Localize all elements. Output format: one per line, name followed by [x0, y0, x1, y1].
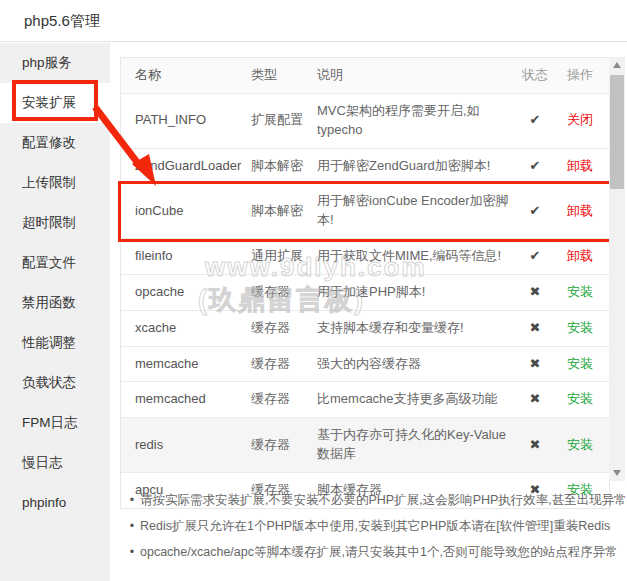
table-row: PATH_INFO 扩展配置 MVC架构的程序需要开启,如typecho ✔ 关…	[121, 94, 609, 149]
note-text: 请按实际需求安装扩展,不要安装不必要的PHP扩展,这会影响PHP执行效率,甚至出…	[140, 487, 627, 513]
note-item: • 请按实际需求安装扩展,不要安装不必要的PHP扩展,这会影响PHP执行效率,甚…	[124, 487, 620, 513]
extension-type: 缓存器	[251, 275, 317, 310]
action-link[interactable]: 安装	[567, 320, 593, 335]
extension-type: 缓存器	[251, 347, 317, 382]
extension-type: 通用扩展	[251, 239, 317, 274]
action-link[interactable]: 卸载	[567, 158, 593, 173]
extension-name: memcached	[121, 382, 251, 417]
action-link[interactable]: 安装	[567, 356, 593, 371]
note-item: • Redis扩展只允许在1个PHP版本中使用,安装到其它PHP版本请在[软件管…	[124, 513, 620, 539]
table-row: memcache 缓存器 强大的内容缓存器 ✖ 安装	[121, 347, 609, 383]
extension-type: 缓存器	[251, 311, 317, 346]
sidebar-item-FPM日志[interactable]: FPM日志	[0, 403, 110, 443]
extension-type: 扩展配置	[251, 103, 317, 138]
sidebar-item-负载状态[interactable]: 负载状态	[0, 363, 110, 403]
notes-list: • 请按实际需求安装扩展,不要安装不必要的PHP扩展,这会影响PHP执行效率,甚…	[124, 487, 620, 565]
check-icon: ✔	[517, 149, 557, 184]
scroll-up-icon[interactable]	[609, 57, 625, 73]
table-row: opcache 缓存器 用于加速PHP脚本! ✖ 安装	[121, 275, 609, 311]
sidebar-item-配置文件[interactable]: 配置文件	[0, 243, 110, 283]
col-header-name: 名称	[121, 58, 251, 93]
table-row: xcache 缓存器 支持脚本缓存和变量缓存! ✖ 安装	[121, 311, 609, 347]
cross-icon: ✖	[517, 382, 557, 417]
extension-name: opcache	[121, 275, 251, 310]
action-link[interactable]: 安装	[567, 391, 593, 406]
action-link[interactable]: 关闭	[567, 112, 593, 127]
action-link[interactable]: 安装	[567, 437, 593, 452]
extension-desc: 用于获取文件MIME,编码等信息!	[317, 239, 517, 274]
table-header-row: 名称 类型 说明 状态 操作	[121, 58, 609, 94]
cross-icon: ✖	[517, 347, 557, 382]
cross-icon: ✖	[517, 275, 557, 310]
action-link[interactable]: 卸载	[567, 248, 593, 263]
note-text: Redis扩展只允许在1个PHP版本中使用,安装到其它PHP版本请在[软件管理]…	[140, 513, 610, 539]
check-icon: ✔	[517, 194, 557, 229]
extension-type: 缓存器	[251, 428, 317, 463]
check-icon: ✔	[517, 103, 557, 138]
col-header-type: 类型	[251, 58, 317, 93]
sidebar-item-php服务[interactable]: php服务	[0, 43, 110, 83]
extension-desc: 支持脚本缓存和变量缓存!	[317, 311, 517, 346]
extension-desc: 比memcache支持更多高级功能	[317, 382, 517, 417]
sidebar-item-禁用函数[interactable]: 禁用函数	[0, 283, 110, 323]
extension-name: ionCube	[121, 194, 251, 229]
extension-type: 缓存器	[251, 382, 317, 417]
extension-desc: 用于解密ionCube Encoder加密脚本!	[317, 184, 517, 238]
sidebar-item-安装扩展[interactable]: 安装扩展	[0, 83, 110, 123]
table-row: ionCube 脚本解密 用于解密ionCube Encoder加密脚本! ✔ …	[121, 184, 609, 239]
scrollbar-thumb[interactable]	[610, 75, 624, 189]
sidebar-item-慢日志[interactable]: 慢日志	[0, 443, 110, 483]
extension-name: PATH_INFO	[121, 103, 251, 138]
extension-type: 脚本解密	[251, 149, 317, 184]
col-header-status: 状态	[517, 58, 557, 93]
bullet-icon: •	[124, 487, 140, 513]
extensions-table: 名称 类型 说明 状态 操作 PATH_INFO 扩展配置 MVC架构的程序需要…	[120, 57, 610, 509]
cross-icon: ✖	[517, 311, 557, 346]
bullet-icon: •	[124, 513, 140, 539]
extension-name: fileinfo	[121, 239, 251, 274]
table-row: memcached 缓存器 比memcache支持更多高级功能 ✖ 安装	[121, 382, 609, 418]
table-scrollbar[interactable]	[609, 57, 625, 481]
extension-type: 脚本解密	[251, 194, 317, 229]
action-link[interactable]: 安装	[567, 284, 593, 299]
extension-desc: 用于加速PHP脚本!	[317, 275, 517, 310]
extension-desc: 基于内存亦可持久化的Key-Value数据库	[317, 418, 517, 472]
bullet-icon: •	[124, 539, 140, 565]
table-row: ZendGuardLoader 脚本解密 用于解密ZendGuard加密脚本! …	[121, 149, 609, 185]
col-header-desc: 说明	[317, 58, 517, 93]
col-header-action: 操作	[557, 58, 607, 93]
extension-name: redis	[121, 428, 251, 463]
table-row: fileinfo 通用扩展 用于获取文件MIME,编码等信息! ✔ 卸载	[121, 239, 609, 275]
extension-desc: 用于解密ZendGuard加密脚本!	[317, 149, 517, 184]
note-item: • opcache/xcache/apc等脚本缓存扩展,请只安装其中1个,否则可…	[124, 539, 620, 565]
check-icon: ✔	[517, 239, 557, 274]
extension-name: ZendGuardLoader	[121, 149, 251, 184]
note-text: opcache/xcache/apc等脚本缓存扩展,请只安装其中1个,否则可能导…	[140, 539, 618, 565]
window-titlebar: php5.6管理	[0, 0, 627, 42]
action-link[interactable]: 卸载	[567, 203, 593, 218]
extension-desc: 强大的内容缓存器	[317, 347, 517, 382]
page-title: php5.6管理	[24, 0, 100, 42]
sidebar-item-超时限制[interactable]: 超时限制	[0, 203, 110, 243]
cross-icon: ✖	[517, 428, 557, 463]
sidebar-item-配置修改[interactable]: 配置修改	[0, 123, 110, 163]
scroll-down-icon[interactable]	[609, 465, 625, 481]
extension-name: memcache	[121, 347, 251, 382]
sidebar-item-phpinfo[interactable]: phpinfo	[0, 483, 110, 523]
extension-desc: MVC架构的程序需要开启,如typecho	[317, 94, 517, 148]
sidebar-item-性能调整[interactable]: 性能调整	[0, 323, 110, 363]
extension-name: xcache	[121, 311, 251, 346]
table-row: redis 缓存器 基于内存亦可持久化的Key-Value数据库 ✖ 安装	[121, 418, 609, 473]
sidebar-item-上传限制[interactable]: 上传限制	[0, 163, 110, 203]
sidebar: php服务安装扩展配置修改上传限制超时限制配置文件禁用函数性能调整负载状态FPM…	[0, 43, 110, 581]
